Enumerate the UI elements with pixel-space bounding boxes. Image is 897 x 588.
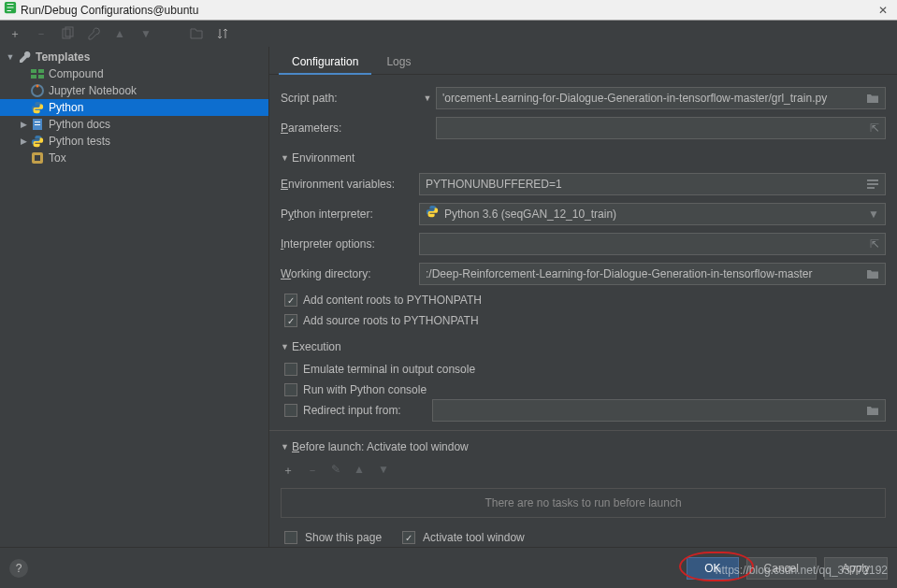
edit-icon[interactable]: ✎ (331, 463, 340, 479)
execution-section[interactable]: ▼ Execution (281, 340, 886, 353)
python-icon (30, 134, 45, 149)
svg-point-8 (36, 85, 39, 88)
before-launch-section[interactable]: ▼ Before launch: Activate tool window (281, 440, 886, 453)
parameters-label: Parameters: (281, 122, 419, 135)
up-icon[interactable]: ▲ (354, 463, 365, 479)
svg-rect-15 (867, 183, 878, 185)
docs-icon (30, 117, 45, 132)
config-toolbar: ＋ － ▲ ▼ (0, 21, 897, 47)
svg-rect-13 (35, 155, 40, 161)
checkbox-activate-tool[interactable]: ✓ (402, 531, 415, 544)
help-icon[interactable]: ? (9, 559, 28, 578)
main-content: ▼ Templates Compound Jupyter Notebook Py… (0, 47, 897, 547)
tree-root-templates[interactable]: ▼ Templates (0, 49, 268, 65)
chevron-right-icon[interactable]: ▶ (17, 120, 30, 129)
chk-run-py-console[interactable]: Run with Python console (281, 380, 886, 400)
watermark-text: https://blog.csdn.net/qq_33772192 (716, 564, 888, 577)
expand-icon[interactable]: ⇱ (870, 118, 879, 138)
chevron-right-icon[interactable]: ▶ (17, 136, 30, 146)
env-vars-label: Environment variables: (281, 178, 419, 191)
chevron-down-icon[interactable]: ▼ (868, 204, 879, 224)
svg-rect-5 (31, 75, 36, 79)
script-path-label: Script path: (281, 92, 419, 105)
jupyter-icon (30, 83, 45, 98)
chk-add-content-roots[interactable]: ✓ Add content roots to PYTHONPATH (281, 290, 886, 310)
checkbox-show-page[interactable] (284, 531, 297, 544)
python-icon (426, 204, 439, 224)
tab-configuration[interactable]: Configuration (279, 50, 371, 74)
close-icon[interactable]: ✕ (873, 0, 893, 21)
divider (269, 430, 897, 431)
before-launch-list: There are no tasks to run before launch (281, 488, 886, 518)
interp-opts-input[interactable]: ⇱ (419, 233, 886, 255)
tree-root-label: Templates (36, 50, 90, 64)
svg-rect-10 (35, 122, 40, 122)
redirect-input-path[interactable] (432, 399, 886, 422)
checkbox-icon[interactable]: ✓ (284, 314, 297, 327)
chk-add-source-roots[interactable]: ✓ Add source roots to PYTHONPATH (281, 310, 886, 331)
folder-tree-icon[interactable] (189, 26, 204, 41)
expand-icon[interactable]: ⇱ (870, 234, 879, 254)
interpreter-label: Python interpreter: (281, 208, 419, 221)
working-dir-input[interactable]: :/Deep-Reinforcement-Learning-for-Dialog… (419, 263, 886, 285)
chevron-down-icon[interactable]: ▼ (4, 52, 17, 62)
move-up-icon[interactable]: ▲ (112, 26, 127, 41)
templates-tree: ▼ Templates Compound Jupyter Notebook Py… (0, 47, 269, 547)
field-interp-opts: Interpreter options: ⇱ (281, 230, 886, 258)
svg-rect-6 (38, 75, 44, 79)
tree-item-label: Python docs (49, 118, 110, 131)
chevron-down-icon[interactable]: ▼ (419, 93, 436, 103)
environment-section[interactable]: ▼ Environment (281, 151, 886, 165)
browse-icon[interactable] (866, 268, 879, 280)
wrench-icon[interactable] (86, 26, 101, 41)
checkbox-icon[interactable] (284, 404, 297, 417)
config-tabs: Configuration Logs (269, 47, 897, 75)
down-icon[interactable]: ▼ (378, 463, 389, 479)
tab-logs[interactable]: Logs (373, 50, 424, 74)
add-icon[interactable]: ＋ (282, 463, 294, 479)
tree-item-label: Compound (49, 67, 104, 80)
tree-item-label: Python (49, 101, 83, 114)
field-interpreter: Python interpreter: Python 3.6 (seqGAN_1… (281, 200, 886, 228)
browse-icon[interactable] (866, 405, 879, 416)
tree-item-python-docs[interactable]: ▶ Python docs (0, 116, 268, 133)
svg-rect-4 (38, 69, 44, 73)
chevron-down-icon: ▼ (281, 442, 292, 452)
edit-list-icon[interactable] (866, 179, 879, 190)
browse-icon[interactable] (866, 93, 879, 104)
field-parameters: Parameters: ⇱ (281, 114, 886, 142)
tree-item-tox[interactable]: Tox (0, 150, 268, 166)
field-script-path: Script path: ▼ 'orcement-Learning-for-Di… (281, 84, 886, 112)
checkbox-icon[interactable]: ✓ (284, 294, 297, 307)
interpreter-select[interactable]: Python 3.6 (seqGAN_12_10_train) ▼ (419, 203, 886, 225)
chevron-down-icon: ▼ (281, 153, 292, 163)
sort-icon[interactable] (215, 26, 230, 41)
config-panel: Configuration Logs Script path: ▼ 'orcem… (269, 47, 897, 547)
parameters-input[interactable]: ⇱ (436, 117, 886, 139)
tree-item-python-tests[interactable]: ▶ Python tests (0, 133, 268, 150)
tree-item-label: Tox (49, 151, 66, 165)
app-icon (4, 0, 17, 21)
bottom-checks: Show this page ✓ Activate tool window (281, 527, 886, 547)
field-env-vars: Environment variables: PYTHONUNBUFFERED=… (281, 170, 886, 198)
field-working-dir: Working directory: :/Deep-Reinforcement-… (281, 260, 886, 288)
add-icon[interactable]: ＋ (7, 26, 22, 41)
svg-rect-11 (35, 124, 40, 125)
checkbox-icon[interactable] (284, 363, 297, 376)
chk-emulate-terminal[interactable]: Emulate terminal in output console (281, 359, 886, 380)
chk-redirect-input[interactable]: Redirect input from: (281, 400, 886, 421)
script-path-input[interactable]: 'orcement-Learning-for-Dialogue-Generati… (436, 87, 886, 109)
remove-icon[interactable]: － (34, 26, 49, 41)
python-icon (30, 100, 45, 115)
tree-item-jupyter[interactable]: Jupyter Notebook (0, 82, 268, 99)
remove-icon[interactable]: － (307, 463, 318, 479)
copy-icon[interactable] (60, 26, 75, 41)
tree-item-python[interactable]: Python (0, 99, 268, 116)
titlebar: Run/Debug Configurations@ubuntu ✕ (0, 0, 897, 21)
chevron-down-icon: ▼ (281, 342, 292, 351)
checkbox-icon[interactable] (284, 383, 297, 396)
window-title: Run/Debug Configurations@ubuntu (21, 0, 198, 21)
tree-item-compound[interactable]: Compound (0, 65, 268, 82)
env-vars-input[interactable]: PYTHONUNBUFFERED=1 (419, 173, 886, 195)
move-down-icon[interactable]: ▼ (138, 26, 153, 41)
